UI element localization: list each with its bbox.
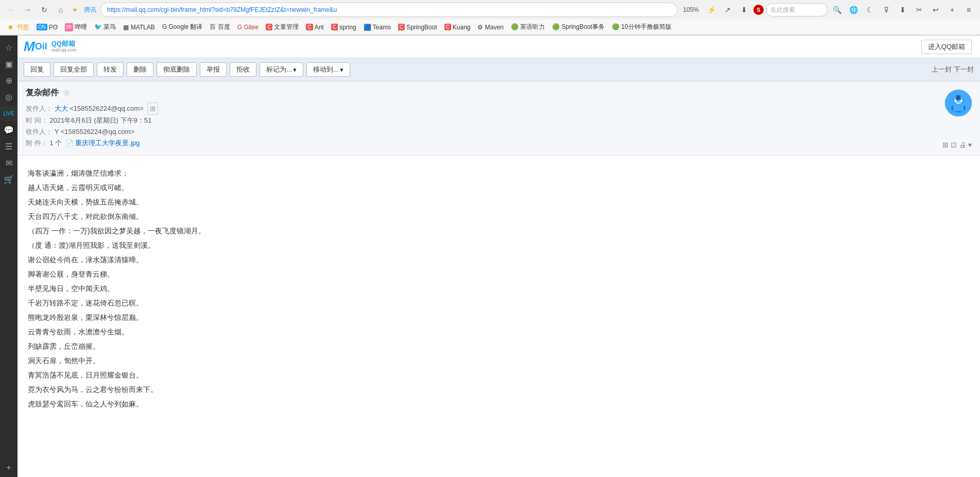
bookmark-google-translate[interactable]: G Google 翻译 [159,22,206,32]
add-tab-button[interactable]: + [945,3,959,17]
move-to-button[interactable]: 移动到... ▾ [306,62,350,77]
reply-button[interactable]: 回复 [24,62,50,77]
qq-mail-top-bar: M Oil QQ邮箱 mail.qq.com 进入QQ邮箱 [18,36,980,58]
mark-as-button[interactable]: 标记为... ▾ [260,62,303,77]
sidebar-icon-star[interactable]: ☆ [1,40,16,55]
bookmark-kuang[interactable]: C Kuang [441,23,474,32]
sidebar-icon-plus[interactable]: + [1,462,16,477]
bookmark-springboot-tx[interactable]: 🟢 SpringBoot事务 [549,22,608,32]
undo-button[interactable]: ↩ [929,3,943,17]
bookmark-star-icon[interactable]: ★ 书签 [4,22,32,33]
email-body: 海客谈瀛洲，烟涛微茫信难求；越人语天姥，云霞明灭或可睹。天姥连天向天横，势拔五岳… [18,156,980,477]
logo-m: M [24,39,35,55]
sidebar-icon-search[interactable]: ◎ [1,89,16,105]
bookmark-baidu[interactable]: 百 百度 [207,22,233,32]
bookmark-hali[interactable]: 哗 哗哩 [62,22,90,32]
bookmark-maven[interactable]: ⚙ Maven [474,23,506,32]
logo-qq-mail: QQ邮箱 [51,40,77,47]
bookmark-springboot[interactable]: C SpringBoot [395,23,440,32]
bookmark-matlab[interactable]: ▦ MATLAB [120,23,158,32]
email-controls: ⊞ ⊡ 🖨 ▾ [942,141,972,149]
bookmark-teams[interactable]: 🟦 Teams [360,23,394,32]
avatar-image [945,90,972,116]
left-sidebar: ☆ ▣ ⊕ ◎ LIVE 💬 ☰ ✉ 🛒 + [0,36,18,477]
bookmark-spring[interactable]: C spring [328,23,359,32]
more-options-icon[interactable]: ▾ [968,141,972,149]
bookmark-ant[interactable]: C Ant [303,23,326,32]
delete-perm-button[interactable]: 彻底删除 [157,62,197,77]
home-button[interactable]: ⌂ [54,3,68,17]
sidebar-icon-cart[interactable]: 🛒 [1,172,16,187]
email-toolbar: 回复 回复全部 转发 删除 彻底删除 举报 拒收 标记为... ▾ 移动到...… [18,58,980,81]
extensions-button[interactable]: ⬇ [737,3,751,17]
svg-rect-5 [953,104,964,111]
bookmark-star-button[interactable]: ⊽ [879,3,893,17]
bookmark-cainiao[interactable]: 🐦 菜鸟 [91,22,119,32]
url-text: https://mail.qq.com/cgi-bin/frame_html?s… [107,6,671,13]
sidebar-icon-list[interactable]: ☰ [1,139,16,154]
network-icon-button[interactable]: 🌐 [846,3,861,17]
bookmark-wenzhang[interactable]: C 文童管理 [263,22,302,32]
star-icon[interactable]: ☆ [63,88,70,98]
browser-nav-bar: ← → ↻ ⌂ ★ 腾讯 https://mail.qq.com/cgi-bin… [0,0,980,20]
qq-logo-area: M Oil QQ邮箱 mail.qq.com [24,39,76,55]
dark-mode-button[interactable]: ☾ [863,3,877,17]
time-field: 时 间： 2021年6月6日 (星期日) 下午9：51 [26,115,972,126]
email-header-area: 复杂邮件 ☆ 发件人： 大大 <1585526224@qq.com> 国 时 间… [18,81,980,156]
sender-avatar [945,90,972,116]
share-button[interactable]: ↗ [720,3,735,17]
email-body-content: 海客谈瀛洲，烟涛微茫信难求；越人语天姥，云霞明灭或可睹。天姥连天向天横，势拔五岳… [28,166,970,411]
back-button[interactable]: ← [4,3,19,17]
attach-file-icon: 📄 [66,140,74,147]
sidebar-icon-mail[interactable]: ✉ [1,155,16,171]
refresh-button[interactable]: ↻ [37,3,51,17]
print-icon[interactable]: 🖨 [959,141,966,149]
search-icon-button[interactable]: 🔍 [830,3,844,17]
browser-search-placeholder: 在此搜索 [770,6,795,14]
reply-all-button[interactable]: 回复全部 [54,62,94,77]
sidebar-icon-chat[interactable]: 💬 [1,122,16,138]
logo-text-area: QQ邮箱 mail.qq.com [51,40,77,53]
sidebar-icon-add[interactable]: ⊕ [1,73,16,88]
address-bar[interactable]: https://mail.qq.com/cgi-bin/frame_html?s… [100,3,678,17]
view-mode-icon[interactable]: ⊞ [942,141,949,149]
reject-button[interactable]: 拒收 [230,62,256,77]
toolbar-left-buttons: 回复 回复全部 转发 删除 彻底删除 举报 拒收 标记为... ▾ 移动到...… [24,62,350,77]
forward-button[interactable]: → [21,3,35,17]
logo-oil: Oil [35,41,47,52]
prev-next-nav[interactable]: 上一封 下一封 [932,65,974,74]
tencent-link[interactable]: 腾讯 [82,6,98,14]
scissors-button[interactable]: ✂ [912,3,926,17]
logo-domain: mail.qq.com [51,48,77,53]
sender-name-link[interactable]: 大大 [55,105,68,112]
from-field: 发件人： 大大 <1585526224@qq.com> 国 [26,103,972,115]
report-button[interactable]: 举报 [200,62,227,77]
svg-point-3 [956,95,961,100]
email-subject: 复杂邮件 ☆ [26,88,972,98]
sender-card-button[interactable]: 国 [147,103,158,115]
delete-button[interactable]: 删除 [127,62,153,77]
sidebar-icon-live[interactable]: LIVE [0,106,18,121]
browser-search-bar[interactable]: 在此搜索 [766,3,828,16]
menu-button[interactable]: ≡ [961,3,976,17]
bookmark-english[interactable]: 🟢 英语听力 [508,22,548,32]
bookmark-gitee[interactable]: G Gitee [234,23,262,32]
svg-point-6 [954,100,956,102]
attachment-link[interactable]: 重庆理工大学夜景.jpg [75,139,140,147]
forward-button[interactable]: 转发 [97,62,124,77]
email-main-content: M Oil QQ邮箱 mail.qq.com 进入QQ邮箱 回复 回复全部 转发… [18,36,980,477]
bookmark-on-po[interactable]: ON PO [33,23,61,32]
zoom-level: 105% [683,6,699,13]
bookmark-jianjian[interactable]: 🟢 10分钟手撸极简版 [609,22,675,32]
to-field: 收件人： Y <1585526224@qq.com> [26,126,972,138]
attach-field: 附 件： 1 个 📄 重庆理工大学夜景.jpg [26,138,972,149]
svg-point-7 [960,100,962,102]
lightning-button[interactable]: ⚡ [704,3,718,17]
enter-qq-mail-button[interactable]: 进入QQ邮箱 [921,40,972,54]
bookmarks-bar: ★ 书签 ON PO 哗 哗哩 🐦 菜鸟 ▦ MATLAB G Google 翻… [0,20,980,35]
sidebar-icon-grid[interactable]: ▣ [1,56,16,72]
email-meta: 发件人： 大大 <1585526224@qq.com> 国 时 间： 2021年… [26,103,972,149]
download-button[interactable]: ⬇ [896,3,910,17]
search-engine-icon[interactable]: S [753,5,764,15]
expand-icon[interactable]: ⊡ [951,141,957,149]
